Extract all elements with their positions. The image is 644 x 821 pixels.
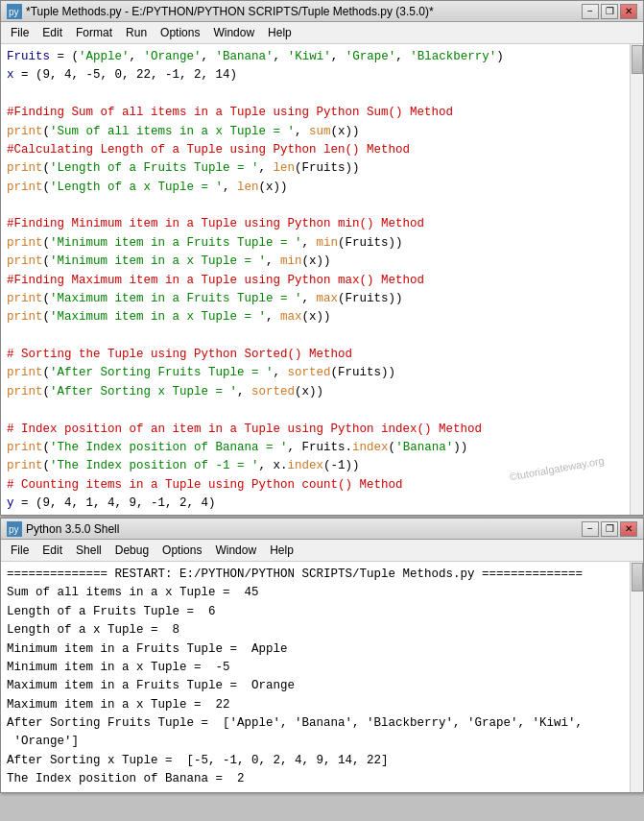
editor-menu-options[interactable]: Options: [155, 24, 205, 41]
editor-menu-help[interactable]: Help: [262, 24, 298, 41]
shell-title-text: Python 3.5.0 Shell: [26, 522, 119, 536]
shell-title-bar: py Python 3.5.0 Shell − ❐ ✕: [1, 519, 643, 540]
shell-close-button[interactable]: ✕: [620, 521, 637, 537]
shell-title-left: py Python 3.5.0 Shell: [7, 521, 119, 537]
shell-menu-options[interactable]: Options: [156, 542, 207, 559]
shell-window-controls: − ❐ ✕: [582, 521, 637, 537]
shell-menu-file[interactable]: File: [5, 542, 35, 559]
shell-output-content: ============== RESTART: E:/PYTHON/PYTHON…: [7, 566, 624, 792]
shell-output-area[interactable]: ============== RESTART: E:/PYTHON/PYTHON…: [1, 562, 643, 792]
editor-title-left: py *Tuple Methods.py - E:/PYTHON/PYTHON …: [7, 4, 434, 19]
editor-close-button[interactable]: ✕: [620, 4, 637, 19]
python-file-icon: py: [7, 4, 22, 19]
editor-window: py *Tuple Methods.py - E:/PYTHON/PYTHON …: [0, 0, 644, 516]
shell-restore-button[interactable]: ❐: [601, 521, 618, 537]
editor-menu-edit[interactable]: Edit: [36, 24, 68, 41]
editor-code-content: Fruits = ('Apple', 'Orange', 'Banana', '…: [7, 48, 624, 515]
editor-title-text: *Tuple Methods.py - E:/PYTHON/PYTHON SCR…: [26, 5, 434, 18]
shell-menu-edit[interactable]: Edit: [36, 542, 68, 559]
shell-scrollbar[interactable]: [630, 562, 643, 792]
editor-minimize-button[interactable]: −: [582, 4, 599, 19]
editor-menu-format[interactable]: Format: [70, 24, 118, 41]
editor-code-area[interactable]: Fruits = ('Apple', 'Orange', 'Banana', '…: [1, 44, 643, 515]
shell-python-icon: py: [7, 521, 22, 537]
shell-menu-shell[interactable]: Shell: [70, 542, 107, 559]
editor-menu-file[interactable]: File: [5, 24, 35, 41]
editor-menu-bar: File Edit Format Run Options Window Help: [1, 22, 643, 44]
editor-window-controls: − ❐ ✕: [582, 4, 637, 19]
shell-menu-debug[interactable]: Debug: [109, 542, 155, 559]
editor-restore-button[interactable]: ❐: [601, 4, 618, 19]
shell-scrollbar-thumb[interactable]: [632, 563, 643, 592]
shell-minimize-button[interactable]: −: [582, 521, 599, 537]
shell-menu-window[interactable]: Window: [209, 542, 262, 559]
svg-text:py: py: [9, 7, 19, 17]
shell-window: py Python 3.5.0 Shell − ❐ ✕ File Edit Sh…: [0, 518, 644, 793]
editor-scrollbar[interactable]: [630, 44, 643, 515]
editor-scrollbar-thumb[interactable]: [632, 45, 643, 74]
shell-menu-bar: File Edit Shell Debug Options Window Hel…: [1, 540, 643, 562]
shell-menu-help[interactable]: Help: [264, 542, 299, 559]
editor-menu-window[interactable]: Window: [207, 24, 260, 41]
editor-title-bar: py *Tuple Methods.py - E:/PYTHON/PYTHON …: [1, 1, 643, 22]
svg-text:py: py: [9, 524, 19, 535]
editor-menu-run[interactable]: Run: [120, 24, 153, 41]
